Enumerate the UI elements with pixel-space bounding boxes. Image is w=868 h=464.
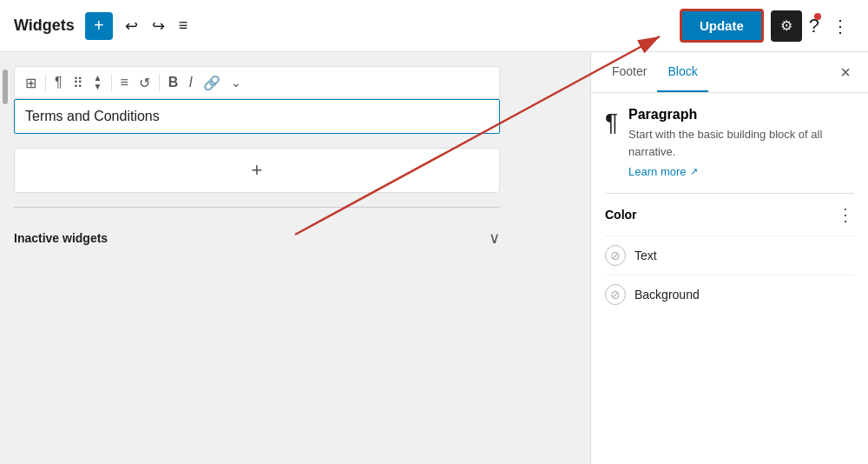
toolbar-separator-1 [45, 74, 46, 91]
notification-badge [814, 13, 821, 20]
list-view-button[interactable]: ≡ [174, 11, 194, 40]
block-info-text: Paragraph Start with the basic building … [628, 107, 854, 179]
paragraph-block-icon: ¶ [605, 109, 618, 136]
background-color-circle: ⊘ [605, 284, 626, 305]
link-icon[interactable]: 🔗 [200, 71, 224, 95]
paragraph-icon-toolbar[interactable]: ¶ [51, 71, 66, 94]
undo-text-icon[interactable]: ↺ [135, 71, 154, 95]
external-link-icon: ↗ [690, 166, 698, 177]
color-background-label: Background [635, 288, 700, 302]
undo-button[interactable]: ↩ [120, 11, 143, 41]
header-right: Update ⚙ ? ⋮ [680, 9, 854, 43]
block-info: ¶ Paragraph Start with the basic buildin… [605, 107, 854, 179]
align-icon[interactable]: ≡ [117, 71, 132, 94]
toolbar-separator-2 [111, 74, 112, 91]
left-panel: ⊞ ¶ ⠿ ▲▼ ≡ ↺ B I 🔗 ⌄ Terms and Condition… [0, 52, 590, 464]
toolbar-separator-3 [159, 74, 160, 91]
inactive-widgets-chevron-icon: ∨ [489, 229, 500, 248]
inactive-widgets-section[interactable]: Inactive widgets ∨ [14, 218, 500, 258]
page-title: Widgets [14, 17, 75, 35]
block-toolbar: ⊞ ¶ ⠿ ▲▼ ≡ ↺ B I 🔗 ⌄ [14, 66, 500, 99]
panel-close-button[interactable]: × [833, 56, 858, 89]
color-option-background[interactable]: ⊘ Background [605, 275, 854, 314]
color-text-label: Text [635, 249, 657, 262]
more-options-button[interactable]: ⋮ [826, 10, 854, 42]
tab-block[interactable]: Block [657, 52, 707, 92]
main-layout: ⊞ ¶ ⠿ ▲▼ ≡ ↺ B I 🔗 ⌄ Terms and Condition… [0, 52, 868, 464]
right-panel: Footer Block × ¶ Paragraph Start with th… [590, 52, 868, 464]
color-option-text[interactable]: ⊘ Text [605, 235, 854, 275]
italic-icon[interactable]: I [185, 71, 195, 94]
color-section-title: Color [605, 208, 637, 222]
text-color-circle: ⊘ [605, 245, 626, 266]
bold-icon[interactable]: B [165, 71, 182, 94]
panel-content: ¶ Paragraph Start with the basic buildin… [591, 93, 868, 464]
section-separator [14, 207, 500, 208]
drag-handle-icon[interactable]: ⠿ [69, 71, 87, 95]
block-switcher-icon[interactable]: ⊞ [22, 71, 40, 95]
color-section-header: Color ⋮ [605, 204, 854, 225]
add-button[interactable]: + [85, 12, 113, 40]
redo-button[interactable]: ↪ [147, 11, 170, 41]
update-button[interactable]: Update [680, 9, 764, 43]
text-block[interactable]: Terms and Conditions [14, 99, 500, 134]
settings-button[interactable]: ⚙ [771, 10, 802, 42]
panel-tabs: Footer Block × [591, 52, 868, 93]
header-actions: ↩ ↪ ≡ [120, 11, 194, 41]
move-up-down-icon[interactable]: ▲▼ [90, 70, 106, 95]
panel-divider [605, 193, 854, 194]
content-area: ⊞ ¶ ⠿ ▲▼ ≡ ↺ B I 🔗 ⌄ Terms and Condition… [0, 52, 590, 258]
inactive-widgets-label: Inactive widgets [14, 231, 108, 245]
help-button[interactable]: ? [809, 15, 819, 37]
header: Widgets + ↩ ↪ ≡ Update ⚙ ? ⋮ [0, 0, 868, 52]
block-title: Paragraph [628, 107, 854, 123]
color-more-button[interactable]: ⋮ [837, 204, 854, 225]
learn-more-link[interactable]: Learn more ↗ [628, 165, 697, 178]
scrollbar-thumb [3, 70, 8, 104]
block-description: Start with the basic building block of a… [628, 126, 854, 160]
tab-footer[interactable]: Footer [602, 52, 657, 92]
more-toolbar-icon[interactable]: ⌄ [227, 72, 245, 93]
add-block-button[interactable]: + [14, 148, 500, 193]
